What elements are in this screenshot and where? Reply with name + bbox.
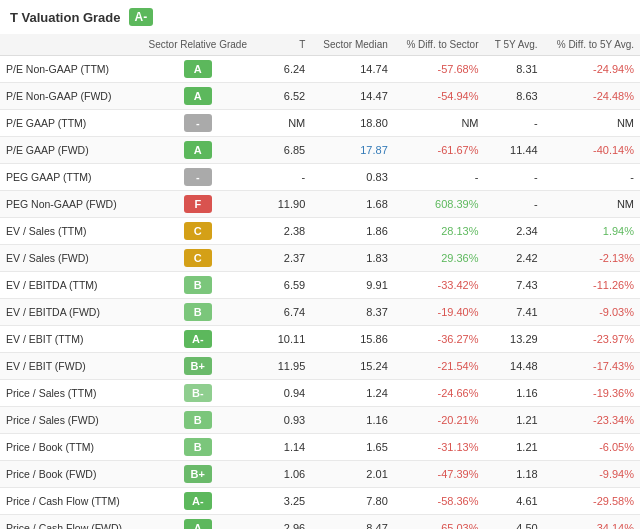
sector-median-value: 8.47	[311, 515, 394, 530]
t-value: 0.93	[257, 407, 311, 434]
t5y-avg-value: 4.61	[484, 488, 543, 515]
table-row: EV / Sales (TTM)C2.381.8628.13%2.341.94%	[0, 218, 640, 245]
grade-badge: A-	[184, 330, 212, 348]
t-value: 1.06	[257, 461, 311, 488]
t-value: 11.90	[257, 191, 311, 218]
sector-median-value: 14.47	[311, 83, 394, 110]
t5y-avg-value: 13.29	[484, 326, 543, 353]
sector-median-value: 7.80	[311, 488, 394, 515]
sector-median-value: 2.01	[311, 461, 394, 488]
col-t: T	[257, 34, 311, 56]
t-value: NM	[257, 110, 311, 137]
t5y-avg-value: -	[484, 164, 543, 191]
t-value: 6.24	[257, 56, 311, 83]
t5y-avg-value: 11.44	[484, 137, 543, 164]
t5y-avg-value: 7.41	[484, 299, 543, 326]
grade-badge: A	[184, 87, 212, 105]
t-value: 0.94	[257, 380, 311, 407]
overall-grade-badge: A-	[129, 8, 154, 26]
t-value: 1.14	[257, 434, 311, 461]
t5y-avg-value: 2.34	[484, 218, 543, 245]
col-pct-diff-sector: % Diff. to Sector	[394, 34, 485, 56]
pct-diff-5y-value: -23.97%	[544, 326, 640, 353]
sector-median-value: 14.74	[311, 56, 394, 83]
pct-diff-5y-value: -40.14%	[544, 137, 640, 164]
t-value: 3.25	[257, 488, 311, 515]
grade-badge: F	[184, 195, 212, 213]
pct-diff-5y-value: -23.34%	[544, 407, 640, 434]
sector-grade-cell: B	[138, 272, 257, 299]
sector-grade-cell: B+	[138, 353, 257, 380]
grade-badge: A	[184, 519, 212, 529]
metric-label: EV / EBIT (FWD)	[0, 353, 138, 380]
table-row: EV / EBIT (TTM)A-10.1115.86-36.27%13.29-…	[0, 326, 640, 353]
metric-label: Price / Sales (FWD)	[0, 407, 138, 434]
sector-grade-cell: A-	[138, 488, 257, 515]
t-value: 11.95	[257, 353, 311, 380]
table-row: Price / Sales (FWD)B0.931.16-20.21%1.21-…	[0, 407, 640, 434]
table-row: EV / Sales (FWD)C2.371.8329.36%2.42-2.13…	[0, 245, 640, 272]
metric-label: Price / Cash Flow (TTM)	[0, 488, 138, 515]
metric-label: EV / EBIT (TTM)	[0, 326, 138, 353]
header: T Valuation Grade A-	[0, 0, 640, 34]
sector-grade-cell: B	[138, 299, 257, 326]
grade-badge: B+	[184, 465, 212, 483]
table-row: EV / EBITDA (FWD)B6.748.37-19.40%7.41-9.…	[0, 299, 640, 326]
pct-diff-sector-value: -47.39%	[394, 461, 485, 488]
metric-label: EV / Sales (FWD)	[0, 245, 138, 272]
grade-badge: B	[184, 411, 212, 429]
grade-badge: -	[184, 168, 212, 186]
sector-median-value: 1.68	[311, 191, 394, 218]
t5y-avg-value: 7.43	[484, 272, 543, 299]
col-sector-grade: Sector Relative Grade	[138, 34, 257, 56]
sector-grade-cell: A-	[138, 326, 257, 353]
table-row: Price / Sales (TTM)B-0.941.24-24.66%1.16…	[0, 380, 640, 407]
pct-diff-sector-value: -20.21%	[394, 407, 485, 434]
metric-label: PEG GAAP (TTM)	[0, 164, 138, 191]
sector-median-value: 1.65	[311, 434, 394, 461]
grade-badge: B+	[184, 357, 212, 375]
pct-diff-5y-value: -2.13%	[544, 245, 640, 272]
sector-grade-cell: A	[138, 83, 257, 110]
grade-badge: A-	[184, 492, 212, 510]
pct-diff-sector-value: -57.68%	[394, 56, 485, 83]
t-value: 6.74	[257, 299, 311, 326]
sector-grade-cell: A	[138, 137, 257, 164]
pct-diff-5y-value: 1.94%	[544, 218, 640, 245]
pct-diff-5y-value: -6.05%	[544, 434, 640, 461]
pct-diff-5y-value: -9.03%	[544, 299, 640, 326]
table-row: P/E GAAP (FWD)A6.8517.87-61.67%11.44-40.…	[0, 137, 640, 164]
sector-median-value: 15.24	[311, 353, 394, 380]
table-row: PEG GAAP (TTM)--0.83---	[0, 164, 640, 191]
sector-grade-cell: C	[138, 218, 257, 245]
t5y-avg-value: 8.63	[484, 83, 543, 110]
pct-diff-sector-value: -65.03%	[394, 515, 485, 530]
pct-diff-5y-value: -17.43%	[544, 353, 640, 380]
t5y-avg-value: 4.50	[484, 515, 543, 530]
sector-grade-cell: -	[138, 110, 257, 137]
pct-diff-sector-value: 28.13%	[394, 218, 485, 245]
sector-median-value: 8.37	[311, 299, 394, 326]
t5y-avg-value: 1.16	[484, 380, 543, 407]
t-value: 6.52	[257, 83, 311, 110]
sector-grade-cell: B-	[138, 380, 257, 407]
sector-median-value: 1.83	[311, 245, 394, 272]
pct-diff-sector-value: -33.42%	[394, 272, 485, 299]
pct-diff-sector-value: -36.27%	[394, 326, 485, 353]
sector-grade-cell: C	[138, 245, 257, 272]
t-value: 2.38	[257, 218, 311, 245]
pct-diff-5y-value: -11.26%	[544, 272, 640, 299]
pct-diff-sector-value: 29.36%	[394, 245, 485, 272]
sector-median-value: 1.16	[311, 407, 394, 434]
pct-diff-5y-value: -19.36%	[544, 380, 640, 407]
pct-diff-sector-value: -61.67%	[394, 137, 485, 164]
table-row: P/E GAAP (TTM)-NM18.80NM-NM	[0, 110, 640, 137]
t-value: 2.37	[257, 245, 311, 272]
table-row: PEG Non-GAAP (FWD)F11.901.68608.39%-NM	[0, 191, 640, 218]
pct-diff-5y-value: -34.14%	[544, 515, 640, 530]
metric-label: Price / Cash Flow (FWD)	[0, 515, 138, 530]
metric-label: EV / Sales (TTM)	[0, 218, 138, 245]
sector-grade-cell: B+	[138, 461, 257, 488]
col-sector-median: Sector Median	[311, 34, 394, 56]
metric-label: P/E Non-GAAP (FWD)	[0, 83, 138, 110]
